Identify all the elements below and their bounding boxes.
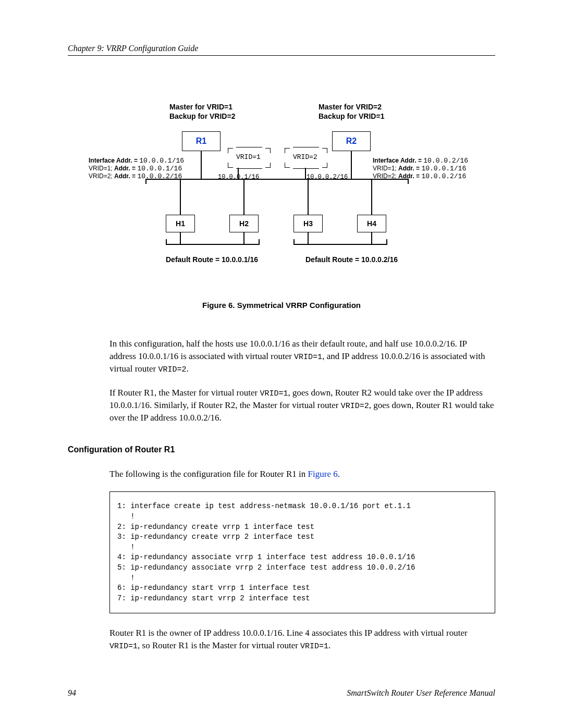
- paragraph-4: Router R1 is the owner of IP address 10.…: [109, 627, 495, 652]
- manual-title: SmartSwitch Router User Reference Manual: [347, 688, 495, 698]
- router-r2-box: R2: [332, 131, 371, 151]
- r1-backup-label: Backup for VRID=2: [169, 112, 235, 120]
- host-h2: H2: [229, 215, 259, 232]
- r2-backup-label: Backup for VRID=1: [319, 112, 384, 120]
- r1-addr-block: Interface Addr. = 10.0.0.1/16 VRID=1; Ad…: [89, 157, 184, 180]
- paragraph-2: If Router R1, the Master for virtual rou…: [109, 387, 495, 424]
- figure-diagram: Master for VRID=1 Backup for VRID=2 Mast…: [89, 103, 474, 275]
- default-route-1: Default Route = 10.0.0.1/16: [166, 255, 258, 264]
- router-r1-box: R1: [182, 131, 221, 151]
- page-footer: 94 SmartSwitch Router User Reference Man…: [68, 688, 495, 698]
- host-h3: H3: [293, 215, 323, 232]
- config-code-block: 1: interface create ip test address-netm…: [109, 491, 495, 613]
- figure-caption: Figure 6. Symmetrical VRRP Configuration: [68, 301, 495, 310]
- r2-master-label: Master for VRID=2: [319, 103, 382, 111]
- default-route-2: Default Route = 10.0.0.2/16: [305, 255, 398, 264]
- r2-addr-block: Interface Addr. = 10.0.0.2/16 VRID=1; Ad…: [373, 157, 468, 180]
- page-header: Chapter 9: VRRP Configuration Guide: [68, 44, 495, 56]
- section-heading: Configuration of Router R1: [68, 445, 495, 454]
- paragraph-3: The following is the configuration file …: [109, 468, 495, 480]
- host-h1: H1: [166, 215, 195, 232]
- page-number: 94: [68, 688, 76, 698]
- host-h4: H4: [357, 215, 386, 232]
- vrid1-dashed-box: VRID=1: [228, 148, 271, 168]
- paragraph-1: In this configuration, half the hosts us…: [109, 338, 495, 375]
- r1-master-label: Master for VRID=1: [169, 103, 232, 111]
- vrid2-dashed-box: VRID=2: [285, 148, 327, 168]
- figure-xref: Figure 6: [308, 469, 338, 479]
